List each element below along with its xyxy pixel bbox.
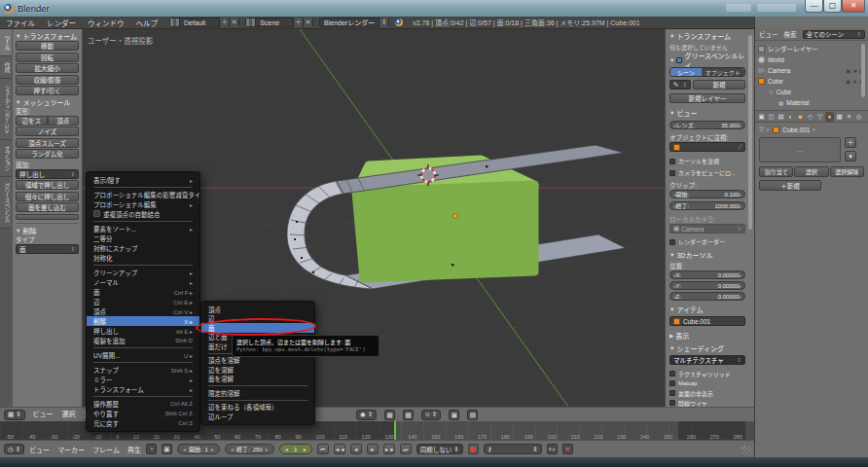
jump-to-end-button[interactable]: ⏭ <box>400 444 412 454</box>
context-menu-item[interactable] <box>93 396 193 397</box>
outliner-display-dropdown[interactable]: 全てのシーン⇕ <box>803 30 866 39</box>
render-anim-icon[interactable]: ▤ <box>467 410 478 420</box>
lock-range-icon[interactable]: ▣ <box>162 444 172 454</box>
context-menu-item[interactable]: 要素をソート...▸ <box>87 224 199 234</box>
submenu-item[interactable] <box>208 385 307 386</box>
new-material-button[interactable]: ＋ 新規 <box>759 180 821 191</box>
visibility-eye-icon[interactable]: ◉ <box>846 78 850 85</box>
gpencil-source-toggle[interactable]: シーンオブジェクト <box>669 67 745 77</box>
tool-button[interactable]: 頂点スムーズ <box>16 138 79 148</box>
np-view-header[interactable]: ▼ビュー <box>669 108 745 118</box>
lock-camera-checkbox[interactable]: カメラをビューにロ... <box>669 168 745 177</box>
submenu-item[interactable]: 辺ループ <box>201 412 314 421</box>
play-button[interactable]: ► <box>367 444 379 454</box>
render-border-checkbox[interactable]: レンダーボーダー <box>669 237 745 246</box>
info-menu-item[interactable]: ヘルプ <box>136 18 159 28</box>
submenu-item[interactable]: 辺を溶解 <box>201 365 314 375</box>
tool-button[interactable]: ランダム化 <box>16 149 79 159</box>
context-menu-item[interactable]: 対称にスナップ <box>87 243 199 253</box>
minimize-button[interactable]: — <box>805 0 823 13</box>
context-menu-item[interactable] <box>93 187 193 188</box>
outliner-row-world[interactable]: World <box>758 54 865 64</box>
frame-end-field[interactable]: ◂終了:250▸ <box>225 444 274 454</box>
submenu-item[interactable]: 面を溶解 <box>201 375 314 384</box>
jump-to-start-button[interactable]: ⏮ <box>317 444 329 454</box>
local-camera-field[interactable]: ▣Camera✕ <box>669 224 745 234</box>
context-menu-item[interactable]: クリーンアップ▸ <box>87 268 199 277</box>
shading-checkbox[interactable]: テクスチャソリッド <box>669 369 745 378</box>
tool-button[interactable]: 回転 <box>16 53 79 62</box>
tool-button[interactable]: 収縮/膨張 <box>16 75 79 85</box>
delete-type-dropdown[interactable]: 面⇕ <box>16 244 79 254</box>
context-menu-item[interactable]: 削除X ▸ <box>87 316 199 326</box>
tab-render[interactable]: ▣ <box>757 112 766 122</box>
context-menu-item[interactable]: 頂点Ctrl V ▸ <box>87 306 199 316</box>
np-shading-header[interactable]: ▼シェーディング <box>669 343 745 353</box>
render-engine-selector[interactable]: Blenderレンダー ⇕ <box>319 18 389 27</box>
npanel-scrollbar[interactable] <box>748 35 752 230</box>
add-scene-button[interactable]: ＋ <box>293 18 303 27</box>
context-menu-item[interactable]: ミラー▸ <box>87 375 199 384</box>
outliner-scrollbar[interactable] <box>861 44 865 97</box>
scene-selector[interactable]: Scene ＋ ✕ <box>245 18 313 27</box>
gpencil-draw-dropdown[interactable]: ✎⇕ <box>669 80 691 90</box>
checkbox-checked-icon[interactable] <box>676 57 682 63</box>
context-menu-item[interactable]: 辺Ctrl E ▸ <box>87 297 199 306</box>
assign-button[interactable]: 割り当て <box>759 166 793 177</box>
tab-physics[interactable]: ◎ <box>854 112 863 122</box>
shelf-tab[interactable]: ツール <box>0 29 12 56</box>
info-menu-item[interactable]: ウィンドウ <box>88 18 125 28</box>
context-menu-item[interactable]: プロポーショナル編集の影響減衰タイプ▸ <box>87 190 199 199</box>
np-item-header[interactable]: ▼アイテム <box>669 305 745 314</box>
outliner-row-mesh-data[interactable]: ▽ Cube <box>769 87 864 96</box>
keying-set-field[interactable]: ⚷⇕ <box>484 444 542 454</box>
view3d-menu-item[interactable]: 選択 <box>62 409 76 420</box>
shading-checkbox[interactable]: Matcap <box>669 378 745 388</box>
insert-keyframe-icon[interactable]: 🗝 <box>547 444 558 454</box>
edge-slide-button[interactable]: 辺をス <box>16 116 48 126</box>
vertex-slide-button[interactable]: 頂点 <box>48 116 80 126</box>
sync-dropdown[interactable]: 同期しない⇕ <box>416 444 463 454</box>
clip-start-field[interactable]: ◂開始:0.100▸ <box>669 190 745 198</box>
tool-button[interactable]: 個々に押し出し <box>16 192 79 201</box>
shading-checkbox[interactable]: 裏面の非表示 <box>669 388 745 398</box>
cursor-z-field[interactable]: ◂Z:0.00000▸ <box>669 292 745 301</box>
tab-data[interactable]: ▽ <box>815 112 824 122</box>
window-titlebar[interactable]: Blender — ▢ ✕ <box>0 0 868 17</box>
cursor-y-field[interactable]: ◂Y:0.00000▸ <box>669 281 745 290</box>
np-gpencil-header[interactable]: ▼グリースペンシルレイ <box>669 55 745 65</box>
selectable-icon[interactable]: ➤ <box>852 67 857 74</box>
shelf-tab[interactable]: オプション <box>0 140 12 177</box>
tab-world[interactable]: ◐ <box>786 112 795 122</box>
tab-material[interactable]: ● <box>825 112 834 122</box>
np-transform-header[interactable]: ▼トランスフォーム <box>669 31 745 41</box>
context-menu-item[interactable]: 重複頂点の自動結合 <box>87 209 199 219</box>
shelf-tab[interactable]: グリースペンシル <box>0 177 12 229</box>
info-menu-item[interactable]: ファイル <box>6 18 35 28</box>
context-menu-item[interactable]: やり直すShift Ctrl Z <box>87 409 199 418</box>
cursor-x-field[interactable]: ◂X:0.00000▸ <box>669 270 745 279</box>
maximize-button[interactable]: ▢ <box>823 0 842 13</box>
material-slot-list[interactable]: — <box>759 137 841 162</box>
context-menu-item[interactable]: トランスフォーム▸ <box>87 384 199 394</box>
context-menu-item[interactable] <box>93 221 193 222</box>
tool-button[interactable]: 領域で押し出し <box>16 180 79 190</box>
pivot-dropdown[interactable]: ◉⇕ <box>356 410 377 420</box>
delete-scene-button[interactable]: ✕ <box>303 18 312 27</box>
context-menu-item[interactable]: 二等分 <box>87 234 199 243</box>
shelf-tab[interactable]: 作成 <box>0 56 12 79</box>
delete-layout-button[interactable]: ✕ <box>229 18 238 27</box>
context-menu-item[interactable]: 表示/隠す▸ <box>87 175 199 185</box>
context-menu-item[interactable]: 複製を追加Shift D <box>87 336 199 345</box>
outliner-row-cube[interactable]: Cube ◉➤▣ <box>758 76 865 86</box>
mesh-tools-panel-header[interactable]: ▼ メッシュツール <box>16 97 79 107</box>
clear-icon[interactable]: ✕ <box>737 226 741 232</box>
lens-field[interactable]: ◂レンズ:35.000▸ <box>669 121 745 129</box>
snap-dropdown[interactable]: ∪⇕ <box>421 410 441 420</box>
clip-end-field[interactable]: ◂終了:1000.000▸ <box>669 201 745 210</box>
delete-panel-header[interactable]: ▼ 削除 <box>16 226 79 235</box>
outliner-view-menu[interactable]: ビュー <box>759 29 778 39</box>
context-menu-item[interactable]: ノーマル▸ <box>87 277 199 287</box>
context-menu-item[interactable]: 元に戻すCtrl Z <box>87 418 199 428</box>
preview-range-icon[interactable]: ◔ <box>146 444 157 454</box>
